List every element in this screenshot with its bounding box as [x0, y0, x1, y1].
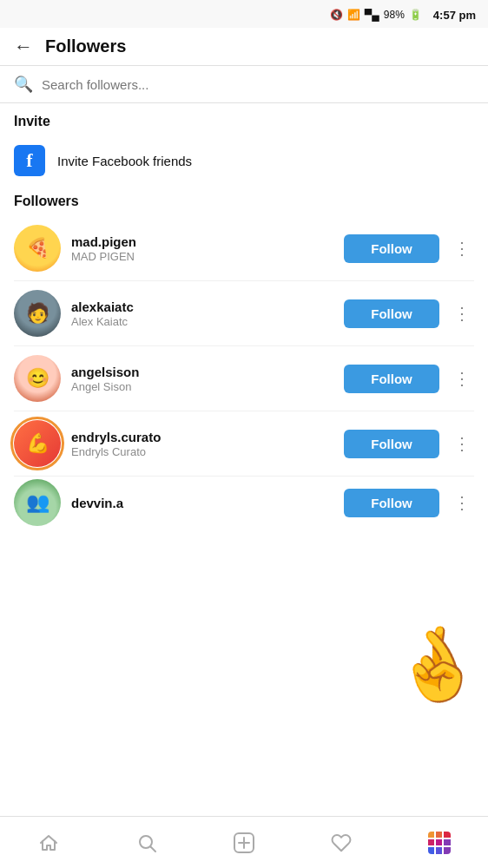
- bottom-nav: [0, 816, 488, 868]
- avatar: 😊: [14, 355, 61, 402]
- follower-username: endryls.curato: [71, 430, 333, 444]
- list-item: 🧑 alexkaiatc Alex Kaiatc Follow ⋮: [0, 281, 488, 345]
- search-icon: 🔍: [14, 75, 33, 94]
- invite-section: Invite f Invite Facebook friends: [0, 103, 488, 188]
- invite-section-label: Invite: [0, 103, 488, 136]
- more-options-button[interactable]: ⋮: [450, 433, 474, 454]
- nav-likes-button[interactable]: [320, 817, 363, 868]
- avatar: 💪: [14, 420, 61, 467]
- battery-text: 98%: [384, 9, 405, 21]
- avatar-emoji: 😊: [26, 367, 49, 390]
- follow-button[interactable]: Follow: [344, 365, 439, 393]
- follower-username: alexkaiatc: [71, 299, 333, 314]
- follower-info: mad.pigen MAD PIGEN: [71, 234, 333, 263]
- invite-facebook-label: Invite Facebook friends: [57, 154, 192, 168]
- page-header: ← Followers: [0, 28, 488, 66]
- page-title: Followers: [45, 36, 126, 56]
- follower-username: devvin.a: [71, 496, 333, 510]
- nav-home-button[interactable]: [27, 817, 70, 868]
- mute-icon: 🔇: [330, 9, 343, 21]
- time-display: 4:57 pm: [433, 9, 476, 22]
- status-bar: 🔇 📶 ▀▄ 98% 🔋 4:57 pm: [0, 0, 488, 28]
- nav-profile-button[interactable]: [418, 817, 461, 868]
- follower-info: alexkaiatc Alex Kaiatc: [71, 299, 333, 328]
- search-nav-icon: [136, 832, 157, 853]
- search-input[interactable]: [42, 77, 474, 92]
- follower-realname: Alex Kaiatc: [71, 315, 333, 328]
- list-item: 👥 devvin.a Follow ⋮: [0, 477, 488, 529]
- list-item: 😊 angelsison Angel Sison Follow ⋮: [0, 346, 488, 411]
- avatar-emoji: 👥: [26, 491, 49, 514]
- status-icons: 🔇 📶 ▀▄ 98% 🔋 4:57 pm: [330, 9, 476, 22]
- avatar: 🍕: [14, 225, 61, 272]
- more-options-button[interactable]: ⋮: [450, 238, 474, 259]
- battery-icon: 🔋: [409, 9, 422, 21]
- follow-button[interactable]: Follow: [344, 489, 439, 517]
- wifi-icon: 📶: [347, 9, 360, 21]
- follow-button[interactable]: Follow: [344, 430, 439, 458]
- facebook-icon: f: [14, 145, 45, 176]
- list-item: 💪 endryls.curato Endryls Curato Follow ⋮: [0, 411, 488, 476]
- svg-line-1: [150, 846, 155, 852]
- signal-icon: ▀▄: [365, 9, 379, 21]
- avatar-emoji: 🍕: [26, 237, 49, 260]
- followers-section: Followers 🍕 mad.pigen MAD PIGEN Follow ⋮…: [0, 188, 488, 529]
- follower-realname: Angel Sison: [71, 380, 333, 393]
- avatar-emoji: 💪: [26, 432, 49, 455]
- followers-section-label: Followers: [0, 188, 488, 216]
- avatar: 🧑: [14, 290, 61, 337]
- more-options-button[interactable]: ⋮: [450, 303, 474, 324]
- list-item: 🍕 mad.pigen MAD PIGEN Follow ⋮: [0, 216, 488, 280]
- home-icon: [38, 832, 59, 853]
- instagram-grid-icon: [428, 832, 451, 854]
- follow-button[interactable]: Follow: [344, 234, 439, 263]
- avatar: 👥: [14, 479, 61, 526]
- more-options-button[interactable]: ⋮: [450, 368, 474, 389]
- heart-icon: [331, 832, 352, 853]
- add-icon: [233, 832, 255, 854]
- nav-add-button[interactable]: [222, 817, 266, 868]
- nav-search-button[interactable]: [125, 817, 168, 868]
- emoji-hand-overlay: 🤞: [384, 615, 488, 717]
- follower-username: angelsison: [71, 365, 333, 379]
- back-button[interactable]: ←: [14, 37, 33, 56]
- invite-facebook-row[interactable]: f Invite Facebook friends: [0, 136, 488, 188]
- follow-button[interactable]: Follow: [344, 299, 439, 328]
- follower-realname: Endryls Curato: [71, 445, 333, 458]
- follower-info: endryls.curato Endryls Curato: [71, 430, 333, 458]
- follower-realname: MAD PIGEN: [71, 250, 333, 263]
- search-container: 🔍: [0, 66, 488, 103]
- follower-info: angelsison Angel Sison: [71, 365, 333, 393]
- follower-info: devvin.a: [71, 496, 333, 510]
- search-box: 🔍: [14, 75, 474, 94]
- follower-username: mad.pigen: [71, 234, 333, 249]
- more-options-button[interactable]: ⋮: [450, 492, 474, 513]
- avatar-emoji: 🧑: [26, 302, 49, 325]
